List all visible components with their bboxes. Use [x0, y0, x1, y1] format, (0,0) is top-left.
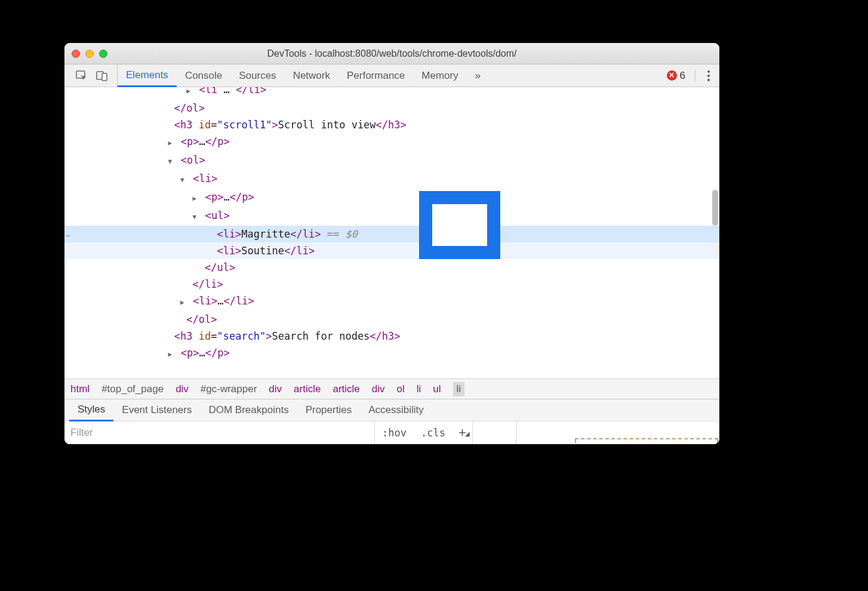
dom-row[interactable]: <h3 id="scroll1">Scroll into view</h3>	[64, 116, 719, 133]
crumb[interactable]: div	[176, 383, 189, 395]
crumb-selected[interactable]: li	[453, 382, 465, 396]
dom-row[interactable]: </ol>	[64, 311, 719, 328]
tab-elements[interactable]: Elements	[118, 64, 177, 87]
dom-row[interactable]: <h3 id="search">Search for nodes</h3>	[64, 328, 719, 344]
dom-row[interactable]: </li>	[64, 276, 719, 293]
crumb[interactable]: html	[70, 383, 90, 395]
error-count-value: 6	[680, 70, 685, 82]
crumb[interactable]: div	[372, 383, 385, 395]
dom-row[interactable]: ▶ <li>…</li>	[64, 293, 719, 311]
tab-accessibility[interactable]: Accessibility	[360, 399, 432, 421]
crumb[interactable]: ol	[397, 383, 405, 395]
tab-event-listeners[interactable]: Event Listeners	[113, 399, 200, 421]
dom-row[interactable]: ▼ <ol>	[64, 152, 719, 170]
cls-button[interactable]: .cls	[414, 427, 453, 439]
box-model-preview	[516, 421, 719, 444]
inspect-element-icon[interactable]	[74, 68, 90, 84]
styles-pane-tabs: Styles Event Listeners DOM Breakpoints P…	[64, 399, 719, 421]
crumb[interactable]: ul	[433, 383, 441, 395]
close-icon[interactable]	[72, 50, 80, 58]
device-toggle-icon[interactable]	[94, 68, 110, 84]
crumb[interactable]: #gc-wrapper	[201, 383, 257, 395]
filter-input[interactable]	[64, 421, 375, 444]
hov-button[interactable]: :hov	[375, 427, 414, 439]
minimize-icon[interactable]	[85, 50, 94, 58]
crumb[interactable]: article	[333, 383, 359, 395]
selection-gutter-icon: …	[64, 226, 82, 242]
dom-row[interactable]: ▶ <p>…</p>	[64, 344, 719, 363]
styles-filter-row: :hov .cls +◢	[64, 421, 719, 444]
separator	[695, 70, 695, 82]
titlebar: DevTools - localhost:8080/web/tools/chro…	[64, 43, 719, 64]
tab-properties[interactable]: Properties	[297, 399, 360, 421]
devtools-window: DevTools - localhost:8080/web/tools/chro…	[64, 43, 719, 444]
crumb[interactable]: li	[417, 383, 421, 395]
main-toolbar: Elements Console Sources Network Perform…	[64, 64, 719, 87]
more-tabs-icon[interactable]: »	[467, 64, 490, 87]
new-style-rule-icon[interactable]: +◢	[453, 425, 472, 441]
tab-styles[interactable]: Styles	[69, 400, 113, 421]
error-icon: ✕	[667, 70, 677, 81]
dom-row[interactable]: ▶ <li … </li>	[64, 87, 719, 100]
dom-row-selected[interactable]: … <li>Magritte</li> == $0	[64, 226, 719, 242]
window-title: DevTools - localhost:8080/web/tools/chro…	[64, 48, 719, 59]
dom-row[interactable]: ▼ <li>	[64, 170, 719, 189]
scrollbar[interactable]	[709, 87, 718, 378]
tab-performance[interactable]: Performance	[338, 64, 413, 87]
svg-rect-2	[102, 73, 107, 81]
scrollbar-thumb[interactable]	[712, 190, 718, 226]
tab-memory[interactable]: Memory	[413, 64, 466, 87]
crumb[interactable]: div	[269, 383, 282, 395]
dom-row[interactable]: ▼ <ul>	[64, 207, 719, 226]
tab-sources[interactable]: Sources	[230, 64, 284, 87]
zoom-icon[interactable]	[99, 50, 107, 58]
crumb[interactable]: #top_of_page	[101, 383, 164, 395]
dom-row[interactable]: </ol>	[64, 100, 719, 116]
dom-row[interactable]: ▶ <p>…</p>	[64, 133, 719, 152]
dom-row[interactable]: <li>Soutine</li>	[64, 242, 719, 259]
error-count[interactable]: ✕ 6	[664, 70, 688, 82]
tab-console[interactable]: Console	[177, 64, 230, 87]
dom-row[interactable]: ▶ <p>…</p>	[64, 189, 719, 207]
crumb[interactable]: article	[294, 383, 321, 395]
dom-row[interactable]: </ul>	[64, 259, 719, 276]
kebab-menu-icon[interactable]	[703, 68, 715, 84]
traffic-lights	[72, 50, 107, 58]
breadcrumb: html #top_of_page div #gc-wrapper div ar…	[64, 378, 719, 399]
tab-dom-breakpoints[interactable]: DOM Breakpoints	[200, 399, 297, 421]
dom-tree-pane[interactable]: ▶ <li … </li> </ol> <h3 id="scroll1">Scr…	[64, 87, 719, 378]
tab-network[interactable]: Network	[285, 64, 338, 87]
blue-highlight-overlay	[419, 191, 500, 259]
